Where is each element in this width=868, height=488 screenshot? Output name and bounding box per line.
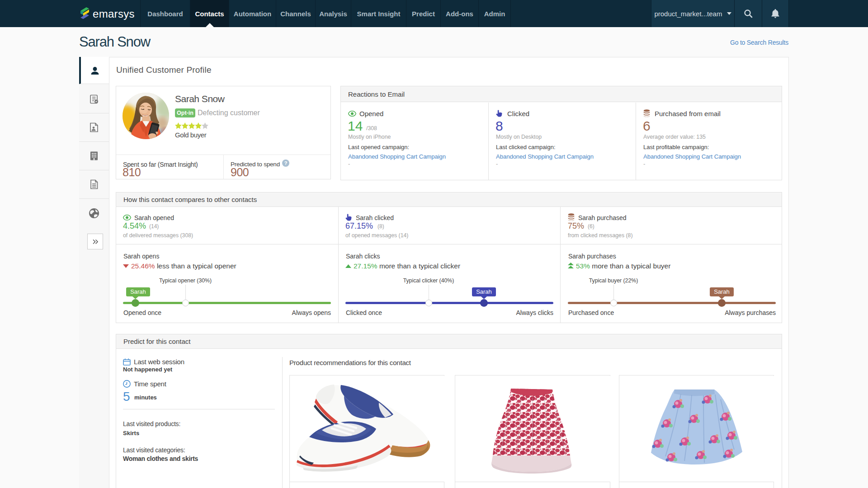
- svg-text:emarsys: emarsys: [93, 8, 135, 20]
- svg-text:?: ?: [284, 160, 288, 166]
